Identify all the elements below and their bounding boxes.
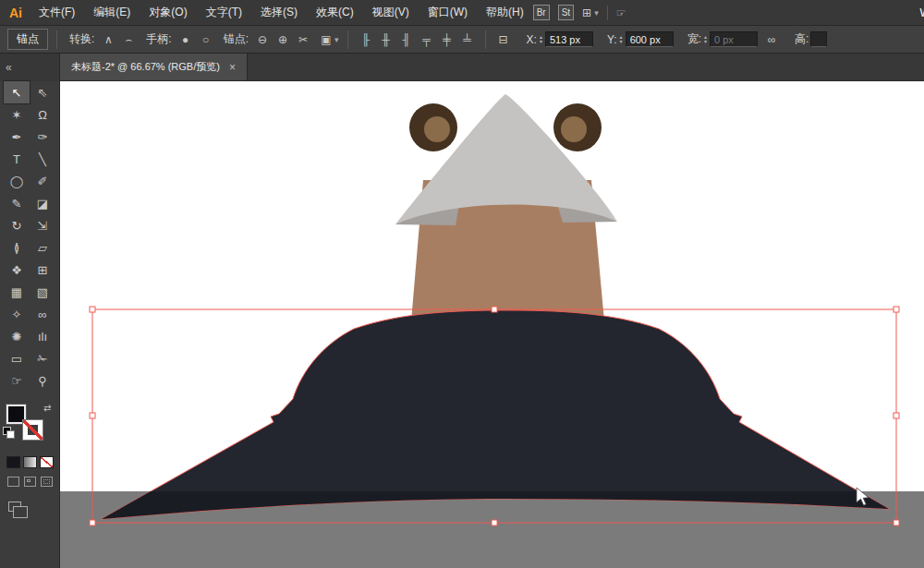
chevron-down-icon[interactable]: ▾	[594, 8, 599, 18]
menu-type[interactable]: 文字(T)	[197, 0, 251, 25]
menu-view[interactable]: 视图(V)	[363, 0, 419, 25]
link-dimensions-icon[interactable]: ∞	[762, 30, 781, 48]
workspace-switcher-icon[interactable]: ⊞	[582, 6, 591, 19]
share-hand-icon[interactable]: ☞	[616, 6, 626, 19]
stepper-down-icon[interactable]: ▾	[540, 40, 542, 44]
stepper-down-icon[interactable]: ▾	[620, 40, 623, 44]
tools-panel: « ↖ ⇖ ✶ Ω ✒ ✑ T ╲	[0, 54, 60, 568]
isolate-selected-icon[interactable]: ▣	[317, 30, 335, 48]
blend-tool[interactable]: ∞	[30, 303, 55, 325]
eraser-tool[interactable]: ◪	[30, 192, 55, 214]
width-tool[interactable]: ≬	[4, 236, 30, 259]
stock-button[interactable]: St	[558, 5, 574, 20]
mesh-tool[interactable]: ▦	[4, 281, 30, 303]
collapse-panel-icon[interactable]: «	[0, 54, 59, 81]
column-graph-tool[interactable]: ılı	[30, 325, 55, 347]
height-input[interactable]	[810, 31, 827, 47]
align-icon-group: ╟╫╢╤╪╧	[357, 30, 477, 48]
draw-normal-icon[interactable]	[7, 477, 19, 487]
cut-path-icon[interactable]: ✂	[294, 30, 312, 48]
main-menus: 文件(F) 编辑(E) 对象(O) 文字(T) 选择(S) 效果(C) 视图(V…	[30, 0, 533, 25]
menu-window[interactable]: 窗口(W)	[419, 0, 477, 25]
coat-path[interactable]	[102, 310, 889, 519]
remove-anchor-icon[interactable]: ⊖	[253, 30, 272, 48]
magic-wand-tool[interactable]: ✶	[4, 103, 30, 126]
bridge-button[interactable]: Br	[533, 5, 550, 20]
pen-tool[interactable]: ✒	[4, 126, 30, 148]
artboard-tool[interactable]: ▭	[4, 347, 30, 369]
menu-select[interactable]: 选择(S)	[251, 0, 307, 25]
draw-behind-icon[interactable]	[24, 477, 36, 487]
align-top-icon[interactable]: ╤	[418, 30, 436, 48]
handle-middle-right[interactable]	[894, 413, 899, 418]
rotate-tool[interactable]: ↻	[4, 214, 30, 236]
handle-bottom-right[interactable]	[894, 520, 899, 526]
menu-file[interactable]: 文件(F)	[30, 0, 84, 25]
lasso-tool[interactable]: Ω	[30, 103, 55, 126]
x-input[interactable]: 513 px	[545, 31, 593, 47]
hide-handles-icon[interactable]: ○	[197, 30, 215, 48]
stepper-down-icon[interactable]: ▾	[704, 40, 707, 44]
hand-tool[interactable]: ☞	[4, 369, 30, 392]
zoom-tool[interactable]: ⚲	[30, 369, 55, 392]
color-button[interactable]	[6, 456, 20, 468]
add-anchor-point-tool[interactable]: ✑	[30, 126, 55, 148]
close-icon[interactable]: ×	[229, 61, 236, 74]
gradient-button[interactable]	[23, 456, 37, 468]
screen-mode-icon[interactable]	[8, 502, 21, 512]
menu-effect[interactable]: 效果(C)	[307, 0, 363, 25]
scale-tool[interactable]: ⇲	[30, 214, 55, 236]
stroke-swatch[interactable]	[23, 420, 43, 440]
align-bottom-icon[interactable]: ╧	[458, 30, 477, 48]
add-anchor-icon[interactable]: ⊕	[274, 30, 292, 48]
eyedropper-tool[interactable]: ✧	[4, 303, 30, 325]
align-left-icon[interactable]: ╟	[357, 30, 375, 48]
divider	[347, 30, 348, 49]
type-tool[interactable]: T	[4, 148, 30, 170]
handle-middle-left[interactable]	[90, 413, 95, 418]
pencil-tool[interactable]: ✎	[4, 192, 30, 214]
left-ear-inner	[424, 116, 450, 142]
show-handles-icon[interactable]: ●	[176, 30, 195, 48]
perspective-grid-tool[interactable]: ⊞	[30, 259, 55, 281]
width-input[interactable]: 0 px	[710, 31, 758, 47]
width-stepper[interactable]: ▴▾	[703, 35, 708, 44]
artwork	[60, 81, 924, 568]
artboard-canvas[interactable]	[60, 81, 924, 568]
free-transform-tool[interactable]: ▱	[30, 236, 55, 259]
chevron-down-icon[interactable]: ▾	[334, 35, 339, 44]
slice-tool[interactable]: ✁	[30, 347, 55, 369]
menu-help[interactable]: 帮助(H)	[477, 0, 533, 25]
coat-shape-selected[interactable]	[102, 310, 889, 519]
reference-point-icon[interactable]: ⊟	[494, 30, 513, 48]
shape-builder-tool[interactable]: ❖	[4, 259, 30, 281]
align-right-icon[interactable]: ╢	[397, 30, 416, 48]
ellipse-tool[interactable]: ◯	[4, 170, 30, 192]
symbol-sprayer-tool[interactable]: ✺	[4, 325, 30, 347]
swap-fill-stroke-icon[interactable]: ⇄	[43, 403, 51, 413]
handle-bottom-center[interactable]	[492, 520, 497, 526]
y-stepper[interactable]: ▴▾	[619, 35, 624, 44]
menu-object[interactable]: 对象(O)	[140, 0, 196, 25]
document-tab[interactable]: 未标题-2* @ 66.67% (RGB/预览) ×	[60, 54, 248, 80]
default-fill-stroke-icon[interactable]	[3, 427, 14, 438]
align-center-h-icon[interactable]: ╫	[377, 30, 395, 48]
x-stepper[interactable]: ▴▾	[539, 35, 543, 44]
line-segment-tool[interactable]: ╲	[30, 148, 55, 170]
paintbrush-tool[interactable]: ✐	[30, 170, 55, 192]
direct-selection-tool[interactable]: ⇖	[30, 81, 55, 103]
align-middle-icon[interactable]: ╪	[438, 30, 456, 48]
draw-inside-icon[interactable]	[41, 477, 53, 487]
handle-bottom-left[interactable]	[90, 520, 95, 526]
character-illustration[interactable]	[395, 94, 617, 321]
handle-top-left[interactable]	[90, 307, 95, 312]
convert-smooth-icon[interactable]: ⌢	[119, 30, 138, 48]
handle-top-right[interactable]	[894, 307, 899, 312]
handle-top-center[interactable]	[492, 307, 497, 312]
selection-tool[interactable]: ↖	[4, 81, 30, 103]
none-button[interactable]	[40, 456, 54, 468]
menu-edit[interactable]: 编辑(E)	[84, 0, 140, 25]
gradient-tool[interactable]: ▧	[30, 281, 55, 303]
convert-corner-icon[interactable]: ∧	[99, 30, 117, 48]
y-input[interactable]: 600 px	[626, 31, 674, 47]
